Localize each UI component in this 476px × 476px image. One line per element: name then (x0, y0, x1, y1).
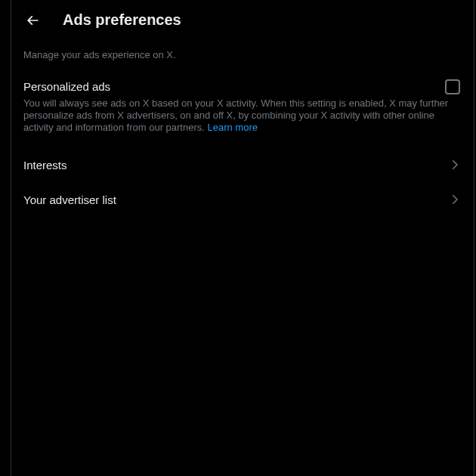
personalized-ads-head: Personalized ads (23, 79, 462, 94)
learn-more-link[interactable]: Learn more (208, 122, 258, 133)
advertiser-list-label: Your advertiser list (23, 193, 116, 206)
header: Ads preferences (11, 0, 474, 40)
back-button[interactable] (19, 7, 46, 34)
chevron-right-icon (448, 158, 462, 172)
personalized-ads-checkbox[interactable] (445, 79, 460, 94)
page-subtitle: Manage your ads experience on X. (11, 40, 474, 70)
interests-label: Interests (23, 159, 67, 172)
personalized-ads-label: Personalized ads (23, 79, 110, 94)
personalized-ads-description: You will always see ads on X based on yo… (23, 97, 462, 134)
page-title: Ads preferences (63, 11, 181, 29)
chevron-right-icon (448, 193, 462, 206)
advertiser-list-row[interactable]: Your advertiser list (11, 182, 474, 217)
back-arrow-icon (25, 13, 40, 28)
settings-panel: Ads preferences Manage your ads experien… (11, 0, 474, 476)
interests-row[interactable]: Interests (11, 147, 474, 182)
personalized-ads-setting: Personalized ads You will always see ads… (11, 70, 474, 137)
